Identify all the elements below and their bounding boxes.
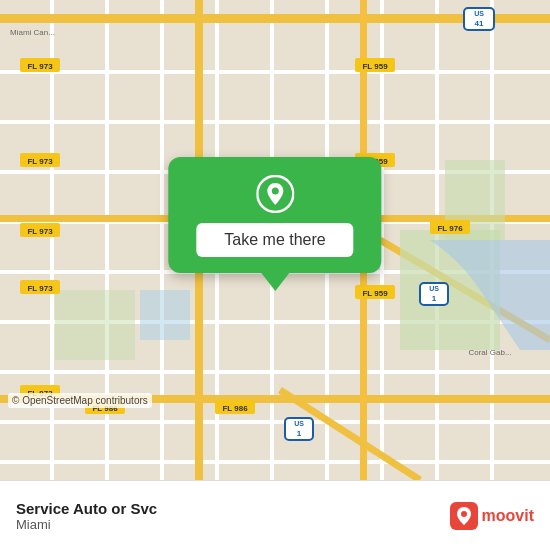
map-container: FL 973 FL 973 FL 973 FL 973 FL 973 FL 95… xyxy=(0,0,550,480)
svg-rect-2 xyxy=(0,70,550,74)
svg-text:FL 973: FL 973 xyxy=(27,284,53,293)
svg-text:Coral Gab...: Coral Gab... xyxy=(468,348,511,357)
svg-rect-29 xyxy=(55,290,135,360)
pin-card: Take me there xyxy=(168,157,381,291)
svg-rect-10 xyxy=(0,460,550,464)
svg-text:FL 973: FL 973 xyxy=(27,157,53,166)
svg-rect-8 xyxy=(0,370,550,374)
svg-text:US: US xyxy=(429,285,439,292)
svg-text:US: US xyxy=(294,420,304,427)
svg-text:1: 1 xyxy=(297,429,302,438)
svg-text:FL 976: FL 976 xyxy=(437,224,463,233)
svg-rect-3 xyxy=(0,120,550,124)
svg-rect-9 xyxy=(0,420,550,424)
svg-text:FL 973: FL 973 xyxy=(27,227,53,236)
svg-text:FL 959: FL 959 xyxy=(362,62,388,71)
place-name: Service Auto or Svc xyxy=(16,500,157,517)
take-me-there-button[interactable]: Take me there xyxy=(196,223,353,257)
svg-point-67 xyxy=(271,187,278,194)
bottom-bar: Service Auto or Svc Miami moovit xyxy=(0,480,550,550)
map-attribution: © OpenStreetMap contributors xyxy=(8,393,152,408)
place-city: Miami xyxy=(16,517,157,532)
svg-text:US: US xyxy=(474,10,484,17)
svg-text:1: 1 xyxy=(432,294,437,303)
location-pin-icon xyxy=(256,175,294,213)
pin-triangle xyxy=(261,273,289,291)
svg-text:FL 973: FL 973 xyxy=(27,62,53,71)
moovit-logo[interactable]: moovit xyxy=(450,502,534,530)
place-info: Service Auto or Svc Miami xyxy=(16,500,157,532)
svg-point-69 xyxy=(461,511,467,517)
moovit-label: moovit xyxy=(482,507,534,525)
svg-rect-13 xyxy=(160,0,164,480)
pin-bubble: Take me there xyxy=(168,157,381,273)
svg-text:41: 41 xyxy=(475,19,484,28)
svg-rect-30 xyxy=(140,290,190,340)
svg-text:FL 986: FL 986 xyxy=(222,404,248,413)
svg-text:Miami Can...: Miami Can... xyxy=(10,28,55,37)
moovit-brand-icon xyxy=(450,502,478,530)
